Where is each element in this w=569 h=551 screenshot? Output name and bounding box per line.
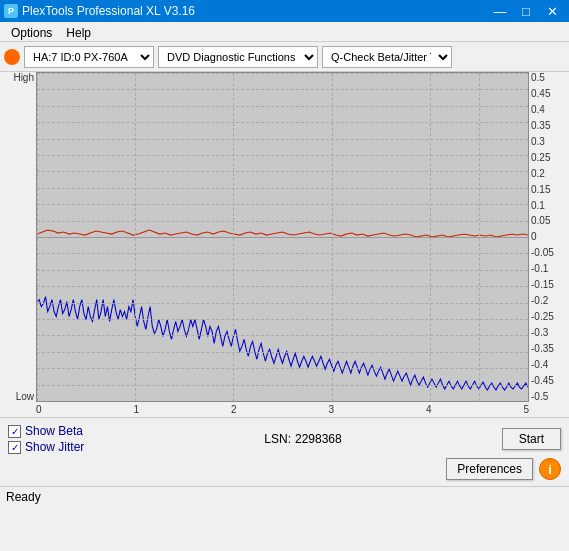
show-beta-checkbox[interactable]: ✓ <box>8 425 21 438</box>
show-beta-row: ✓ Show Beta <box>8 424 84 438</box>
x-label-4: 4 <box>426 404 432 415</box>
lsn-value: 2298368 <box>295 432 342 446</box>
chart-container: High Low <box>4 72 565 402</box>
bottom-row-preferences: Preferences i <box>8 458 561 480</box>
menu-options[interactable]: Options <box>4 24 59 39</box>
drive-icon <box>4 49 20 65</box>
x-label-0: 0 <box>36 404 42 415</box>
y-axis-right: 0.5 0.45 0.4 0.35 0.3 0.25 0.2 0.15 0.1 … <box>529 72 565 402</box>
y-right-1: 0.45 <box>531 88 550 99</box>
y-right-15: -0.25 <box>531 311 554 322</box>
y-right-19: -0.45 <box>531 375 554 386</box>
start-button[interactable]: Start <box>502 428 561 450</box>
checkboxes: ✓ Show Beta ✓ Show Jitter <box>8 424 84 454</box>
y-right-12: -0.1 <box>531 263 548 274</box>
chart-plot <box>36 72 529 402</box>
y-right-7: 0.15 <box>531 184 550 195</box>
show-jitter-row: ✓ Show Jitter <box>8 440 84 454</box>
preferences-button[interactable]: Preferences <box>446 458 533 480</box>
app-icon: P <box>4 4 18 18</box>
y-right-5: 0.25 <box>531 152 550 163</box>
y-right-2: 0.4 <box>531 104 545 115</box>
y-left-low: Low <box>16 391 34 402</box>
x-label-3: 3 <box>328 404 334 415</box>
toolbar: HA:7 ID:0 PX-760A DVD Diagnostic Functio… <box>0 42 569 72</box>
jitter-line <box>37 297 528 390</box>
y-right-17: -0.35 <box>531 343 554 354</box>
x-label-2: 2 <box>231 404 237 415</box>
chart-area: High Low <box>0 72 569 417</box>
window-title: PlexTools Professional XL V3.16 <box>22 4 195 18</box>
x-label-1: 1 <box>133 404 139 415</box>
bottom-row-main: ✓ Show Beta ✓ Show Jitter LSN: 2298368 S… <box>8 424 561 454</box>
menu-bar: Options Help <box>0 22 569 42</box>
maximize-button[interactable]: □ <box>513 0 539 22</box>
y-right-8: 0.1 <box>531 200 545 211</box>
y-right-14: -0.2 <box>531 295 548 306</box>
y-right-13: -0.15 <box>531 279 554 290</box>
show-jitter-checkbox[interactable]: ✓ <box>8 441 21 454</box>
lsn-label: LSN: <box>264 432 291 446</box>
y-right-18: -0.4 <box>531 359 548 370</box>
info-button[interactable]: i <box>539 458 561 480</box>
close-button[interactable]: ✕ <box>539 0 565 22</box>
title-bar: P PlexTools Professional XL V3.16 — □ ✕ <box>0 0 569 22</box>
y-right-9: 0.05 <box>531 215 550 226</box>
status-text: Ready <box>6 490 41 504</box>
x-axis: 0 1 2 3 4 5 <box>36 402 529 417</box>
y-right-0: 0.5 <box>531 72 545 83</box>
lsn-area: LSN: 2298368 <box>264 432 341 446</box>
right-controls: Start <box>502 428 561 450</box>
bottom-panel: ✓ Show Beta ✓ Show Jitter LSN: 2298368 S… <box>0 417 569 486</box>
menu-help[interactable]: Help <box>59 24 98 39</box>
test-select[interactable]: Q-Check Beta/Jitter Test <box>322 46 452 68</box>
y-right-11: -0.05 <box>531 247 554 258</box>
title-bar-left: P PlexTools Professional XL V3.16 <box>4 4 195 18</box>
y-left-high: High <box>13 72 34 83</box>
y-right-16: -0.3 <box>531 327 548 338</box>
beta-line <box>37 230 528 237</box>
y-axis-left: High Low <box>4 72 36 402</box>
x-label-5: 5 <box>523 404 529 415</box>
show-jitter-label[interactable]: Show Jitter <box>25 440 84 454</box>
minimize-button[interactable]: — <box>487 0 513 22</box>
function-select[interactable]: DVD Diagnostic Functions <box>158 46 318 68</box>
status-bar: Ready <box>0 486 569 506</box>
y-right-3: 0.35 <box>531 120 550 131</box>
drive-select[interactable]: HA:7 ID:0 PX-760A <box>24 46 154 68</box>
y-right-4: 0.3 <box>531 136 545 147</box>
y-right-6: 0.2 <box>531 168 545 179</box>
show-beta-label[interactable]: Show Beta <box>25 424 83 438</box>
window-controls: — □ ✕ <box>487 0 565 22</box>
y-right-20: -0.5 <box>531 391 548 402</box>
y-right-10: 0 <box>531 231 537 242</box>
